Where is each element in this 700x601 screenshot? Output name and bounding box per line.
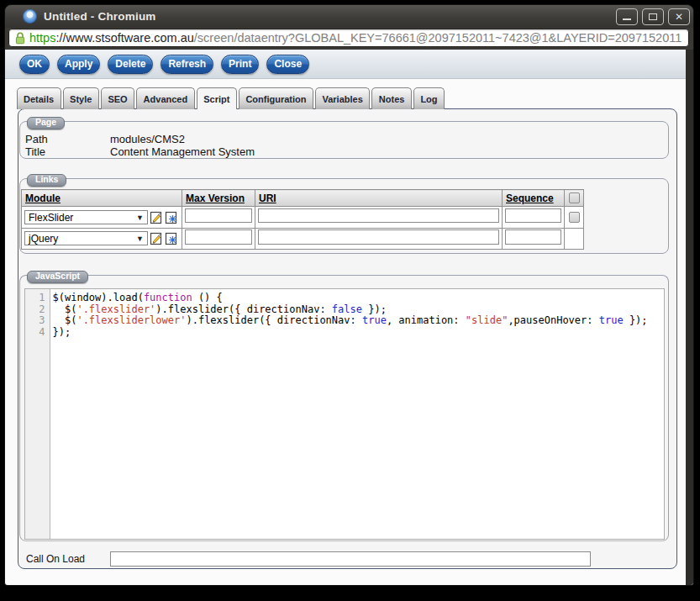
browser-window: Untitled - Chromium ✕ https://www.stsoft… xyxy=(4,4,694,586)
title-bar[interactable]: Untitled - Chromium ✕ xyxy=(5,5,693,28)
close-button[interactable]: ✕ xyxy=(668,8,690,25)
tab-configuration[interactable]: Configuration xyxy=(239,87,313,109)
module-select-2[interactable]: jQuery▼ xyxy=(24,231,148,245)
tab-notes[interactable]: Notes xyxy=(371,87,412,109)
max-version-input-2[interactable] xyxy=(185,229,252,245)
title-value: Content Management System xyxy=(110,145,255,158)
line-number: 3 xyxy=(25,315,45,327)
links-table: Module Max Version URI Sequence FlexSlid… xyxy=(21,189,584,250)
maximize-button[interactable] xyxy=(642,8,664,25)
call-on-load-label: Call On Load xyxy=(26,553,110,565)
max-version-input-1[interactable] xyxy=(185,208,252,224)
chromium-icon xyxy=(23,9,37,24)
uri-input-1[interactable] xyxy=(258,208,499,224)
links-row-1: FlexSlider▼ xyxy=(22,207,584,229)
line-number-gutter: 1234 xyxy=(25,289,50,539)
tab-details[interactable]: Details xyxy=(17,87,61,109)
edit-icon[interactable] xyxy=(150,232,163,245)
web-page: OK Apply Delete Refresh Print Close Deta… xyxy=(5,50,693,585)
code-line: $('.flexsliderlower').flexslider({ direc… xyxy=(53,315,648,327)
page-section-legend: Page xyxy=(27,117,65,129)
print-button[interactable]: Print xyxy=(221,55,259,74)
close-icon: ✕ xyxy=(675,12,683,22)
select-all-column-header[interactable] xyxy=(565,190,584,207)
code-editor[interactable]: 1234 $(window).load(function () { $('.fl… xyxy=(24,288,666,540)
code-line: $(window).load(function () { xyxy=(53,293,648,304)
minimize-icon xyxy=(623,18,631,20)
tab-seo[interactable]: SEO xyxy=(101,87,134,109)
call-on-load-input[interactable] xyxy=(110,551,591,567)
address-bar[interactable]: https://www.stsoftware.com.au/screen/dat… xyxy=(8,29,689,47)
module-column-header[interactable]: Module xyxy=(22,190,182,207)
line-number: 2 xyxy=(25,304,45,316)
script-tab-panel: Page Path modules/CMS2 Title Content Man… xyxy=(18,108,677,569)
select-arrow-icon: ▼ xyxy=(136,214,144,222)
links-section: Links Module Max Version URI Sequence Fl… xyxy=(19,178,669,254)
links-section-legend: Links xyxy=(27,174,66,187)
scrollbar[interactable] xyxy=(686,50,693,585)
empty-checkbox-cell xyxy=(565,229,584,250)
minimize-button[interactable] xyxy=(616,8,638,25)
title-label: Title xyxy=(25,145,110,158)
call-on-load-row: Call On Load xyxy=(26,551,669,567)
path-label: Path xyxy=(25,133,110,145)
url-bar-strip: https://www.stsoftware.com.au/screen/dat… xyxy=(5,28,693,50)
line-number: 1 xyxy=(25,293,45,304)
edit-icon[interactable] xyxy=(150,211,163,224)
path-value: modules/CMS2 xyxy=(110,133,185,145)
new-item-icon[interactable] xyxy=(165,232,178,245)
refresh-button[interactable]: Refresh xyxy=(161,55,213,74)
ok-button[interactable]: OK xyxy=(19,55,50,74)
tab-style[interactable]: Style xyxy=(63,87,99,109)
code-lines[interactable]: $(window).load(function () { $('.flexsli… xyxy=(50,289,648,539)
code-line: }); xyxy=(53,327,648,339)
apply-button[interactable]: Apply xyxy=(57,55,100,74)
select-arrow-icon: ▼ xyxy=(136,235,144,243)
code-line: $('.flexslider').flexslider({ directionN… xyxy=(53,304,648,316)
maximize-icon xyxy=(649,13,657,20)
javascript-section-legend: JavaScript xyxy=(27,271,88,283)
tab-advanced[interactable]: Advanced xyxy=(136,87,195,109)
path-row: Path modules/CMS2 xyxy=(25,133,663,145)
tab-variables[interactable]: Variables xyxy=(315,87,370,109)
max-version-column-header[interactable]: Max Version xyxy=(182,190,255,207)
line-number: 4 xyxy=(25,327,45,339)
module-select-1[interactable]: FlexSlider▼ xyxy=(24,210,148,224)
delete-button[interactable]: Delete xyxy=(108,55,153,74)
window-title: Untitled - Chromium xyxy=(44,10,156,23)
close-page-button[interactable]: Close xyxy=(266,55,309,74)
tab-bar: Details Style SEO Advanced Script Config… xyxy=(17,87,678,109)
uri-input-2[interactable] xyxy=(258,229,499,245)
select-all-checkbox[interactable] xyxy=(569,192,580,203)
sequence-input-2[interactable] xyxy=(505,229,561,245)
lock-icon xyxy=(15,32,25,45)
sequence-column-header[interactable]: Sequence xyxy=(503,190,565,207)
new-item-icon[interactable] xyxy=(165,211,178,224)
row-checkbox-1[interactable] xyxy=(569,212,580,223)
javascript-section: JavaScript 1234 $(window).load(function … xyxy=(19,275,669,541)
action-toolbar: OK Apply Delete Refresh Print Close xyxy=(5,50,693,79)
uri-column-header[interactable]: URI xyxy=(255,190,503,207)
page-section: Page Path modules/CMS2 Title Content Man… xyxy=(19,121,669,159)
links-header-row: Module Max Version URI Sequence xyxy=(22,190,584,207)
sequence-input-1[interactable] xyxy=(505,208,561,224)
title-row: Title Content Management System xyxy=(25,145,663,158)
tab-script[interactable]: Script xyxy=(197,87,237,109)
links-row-2: jQuery▼ xyxy=(22,229,584,250)
tab-log[interactable]: Log xyxy=(413,87,445,109)
url-text: https://www.stsoftware.com.au/screen/dat… xyxy=(29,31,682,45)
